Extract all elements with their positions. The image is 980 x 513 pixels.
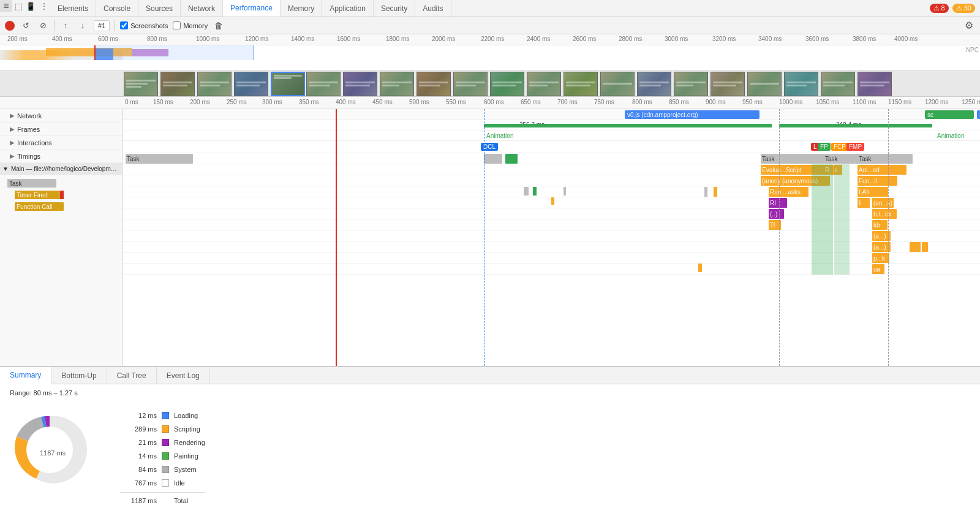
screenshot-thumbnail[interactable] — [710, 72, 745, 96]
tab-bottom-up[interactable]: Bottom-Up — [51, 367, 107, 384]
screenshots-checkbox[interactable] — [120, 21, 128, 29]
flame-li[interactable]: li — [858, 198, 870, 208]
tab-event-log[interactable]: Event Log — [157, 367, 210, 384]
tab-network[interactable]: Network — [181, 0, 223, 17]
settings-icon[interactable]: ⋮ — [38, 0, 50, 12]
screenshot-thumbnail-selected[interactable] — [271, 72, 305, 96]
flame-fah[interactable]: f.Ah — [858, 187, 888, 197]
tab-application[interactable]: Application — [322, 0, 374, 17]
ruler-mark: 1000 ms — [779, 99, 802, 105]
flame-small-right[interactable] — [910, 242, 921, 252]
device-icon[interactable]: 📱 — [24, 0, 37, 12]
legend-color-rendering — [162, 439, 169, 446]
tab-elements[interactable]: Elements — [50, 0, 96, 17]
fcp-badge: FCP — [831, 143, 848, 151]
clear-button[interactable]: ⊘ — [37, 20, 49, 32]
overview-timeline[interactable]: NPC — [0, 45, 980, 71]
scatter-6 — [714, 187, 717, 197]
green-column2 — [834, 164, 850, 275]
session-label[interactable]: #1 — [94, 20, 110, 31]
main-flame-chart[interactable]: Task Task Task Task Evalua...Script R...… — [123, 153, 980, 275]
tab-console[interactable]: Console — [96, 0, 138, 17]
tab-security[interactable]: Security — [374, 0, 415, 17]
screenshot-thumbnail[interactable] — [637, 72, 671, 96]
tab-summary[interactable]: Summary — [0, 367, 51, 384]
record-button[interactable] — [5, 21, 15, 31]
tab-audits[interactable]: Audits — [415, 0, 451, 17]
screenshot-thumbnail[interactable] — [674, 72, 708, 96]
flame-anied[interactable]: Ani...ed — [858, 165, 907, 175]
memory-checkbox[interactable] — [173, 21, 181, 29]
menu-icon[interactable]: ≡ — [0, 0, 12, 12]
network-bar-sc[interactable]: sc — [925, 110, 974, 119]
flame-ua[interactable]: ua — [872, 264, 884, 274]
flame-task-small[interactable] — [484, 154, 502, 164]
ruler-mark: 800 ms — [632, 99, 652, 105]
screenshot-thumbnail[interactable] — [417, 72, 451, 96]
flame-small-right2[interactable] — [922, 242, 928, 252]
screenshot-thumbnail[interactable] — [600, 72, 635, 96]
ruler-mark: 850 ms — [669, 99, 689, 105]
inspect-icon[interactable]: ⬚ — [12, 0, 24, 12]
sidebar-item-network[interactable]: ▶ Network — [0, 109, 122, 123]
upload-button[interactable]: ↑ — [59, 20, 72, 32]
download-button[interactable]: ↓ — [77, 20, 89, 32]
flame-task[interactable]: Task — [126, 154, 193, 164]
screenshot-thumbnail[interactable] — [124, 72, 158, 96]
network-bar-v0js[interactable]: v0.js (cdn.ampproject.org) — [625, 110, 760, 119]
trash-button[interactable]: 🗑 — [213, 20, 225, 32]
screenshot-thumbnail[interactable] — [527, 72, 561, 96]
tab-sources[interactable]: Sources — [138, 0, 181, 17]
tab-bar: ≡ ⬚ 📱 ⋮ (function() { const d = JSON.par… — [0, 0, 980, 17]
right-flamechart[interactable]: v0.js (cdn.ampproject.org) sc 3vBwRfQbXk… — [123, 109, 980, 366]
sidebar-item-interactions[interactable]: ▶ Interactions — [0, 136, 122, 150]
time-marker-1150 — [888, 109, 889, 366]
flame-dots[interactable]: (..) — [769, 209, 784, 219]
screenshot-thumbnail[interactable] — [160, 72, 195, 96]
screenshot-thumbnail[interactable] — [490, 72, 524, 96]
screenshot-thumbnail[interactable] — [343, 72, 377, 96]
interactions-row: Animation Animation — [123, 131, 980, 141]
scatter-3 — [551, 197, 554, 205]
screenshot-thumbnail[interactable] — [858, 72, 892, 96]
screenshot-thumbnail[interactable] — [784, 72, 818, 96]
screenshots-toggle[interactable]: Screenshots — [120, 21, 168, 29]
sidebar-item-frames[interactable]: ▶ Frames — [0, 123, 122, 136]
reload-button[interactable]: ↺ — [20, 20, 32, 32]
flame-pk[interactable]: p...k — [872, 253, 889, 263]
sidebar-item-main[interactable]: ▼ Main — file:///home/logico/Development… — [0, 163, 122, 175]
flame-runasks[interactable]: Run ...asks — [769, 187, 809, 197]
ruler-mark: 800 ms — [147, 36, 167, 42]
screenshot-thumbnail[interactable] — [564, 72, 598, 96]
tab-performance[interactable]: Performance — [223, 0, 281, 17]
screenshot-thumbnail[interactable] — [234, 72, 268, 96]
network-bar-youtube[interactable]: 3vBwRfQbXkg (www.youtube.com) — [977, 110, 980, 119]
more-settings-button[interactable]: ⚙ — [963, 20, 975, 32]
flame-funll[interactable]: Fun...ll — [858, 176, 897, 186]
screenshot-thumbnail[interactable] — [380, 72, 414, 96]
ruler-mark: 4000 ms — [894, 36, 918, 42]
flame-green-small[interactable] — [505, 154, 518, 164]
flame-ans[interactable]: (an...s) — [872, 198, 894, 208]
screenshot-thumbnail[interactable] — [306, 72, 341, 96]
memory-toggle[interactable]: Memory — [173, 21, 208, 29]
ruler-mark: 150 ms — [153, 99, 173, 105]
screenshot-thumbnail[interactable] — [453, 72, 488, 96]
screenshot-thumbnail[interactable] — [747, 72, 782, 96]
tab-call-tree[interactable]: Call Tree — [107, 367, 157, 384]
flame-kb[interactable]: kb — [872, 220, 888, 230]
legend-color-system — [162, 466, 169, 473]
ruler-mark: 350 ms — [299, 99, 319, 105]
flame-ri-main[interactable]: RI — [769, 198, 787, 208]
flame-blck[interactable]: b.l...ck — [872, 209, 897, 219]
ruler-mark: 650 ms — [521, 99, 541, 105]
ruler-mark: 450 ms — [372, 99, 393, 105]
ruler-mark: 750 ms — [594, 99, 614, 105]
screenshot-thumbnail[interactable] — [821, 72, 855, 96]
sidebar-item-timings[interactable]: ▶ Timings — [0, 150, 122, 163]
tab-memory[interactable]: Memory — [281, 0, 322, 17]
flame-task-mid3[interactable]: Task — [858, 154, 913, 164]
screenshot-thumbnail[interactable] — [197, 72, 232, 96]
ruler-mark: 200 ms — [7, 36, 28, 42]
warning-badge: ⚠ 30 — [952, 4, 975, 13]
